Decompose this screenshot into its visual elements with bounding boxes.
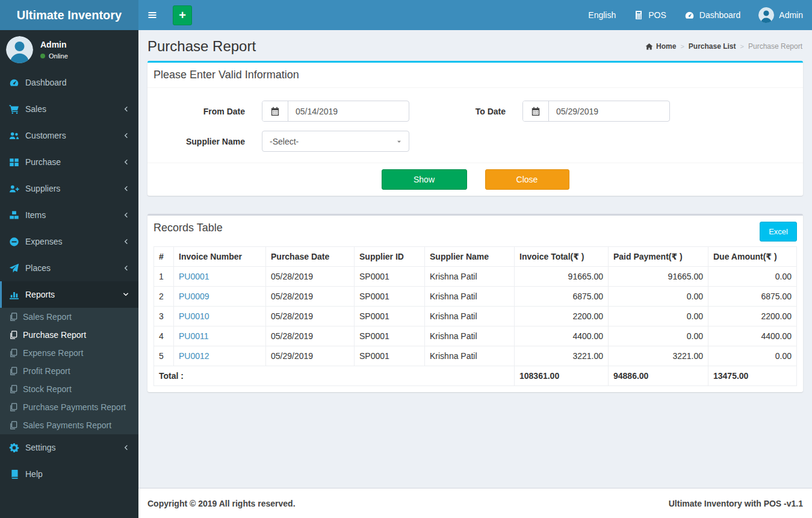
copy-icon [9,331,17,339]
table-row: 3 PU0010 05/28/2019 SP0001 Krishna Patil… [154,307,797,326]
sidebar-item-settings[interactable]: Settings [0,434,138,461]
menu-label: Sales [25,104,122,114]
submenu-item-expense-report[interactable]: Expense Report [0,344,138,362]
header-row: # Invoice Number Purchase Date Supplier … [154,247,797,267]
invoice-link[interactable]: PU0001 [179,272,209,281]
date-row: From Date To Date [153,101,797,122]
copy-icon [9,403,17,411]
sidebar-user-panel: Admin Online [0,30,138,69]
supplier-name-cell: Krishna Patil [425,326,515,346]
submenu-label: Purchase Report [23,330,86,340]
calendar-icon [270,107,280,116]
chevron-left-icon [122,132,129,139]
dashboard-menu[interactable]: Dashboard [675,0,750,30]
records-box: Records Table Excel # Invoice Number Pur… [147,214,803,392]
purchase-date-cell: 05/28/2019 [266,326,355,346]
menu-label: Customers [25,131,122,140]
breadcrumb-separator: > [740,43,744,50]
sidebar-item-help[interactable]: Help [0,461,138,487]
cubes-icon [9,210,19,220]
from-date-calendar-addon[interactable] [262,101,288,121]
supplier-id-cell: SP0001 [355,346,425,366]
submenu-item-stock-report[interactable]: Stock Report [0,380,138,398]
paid-payment-cell: 91665.00 [609,267,708,287]
breadcrumb-purchase-list[interactable]: Purchase List [689,42,736,51]
sidebar-item-customers[interactable]: Customers [0,122,138,149]
sidebar-item-reports[interactable]: Reports [0,281,138,308]
submenu-item-sales-report[interactable]: Sales Report [0,308,138,326]
invoice-link[interactable]: PU0010 [179,311,209,321]
table-row: 5 PU0012 05/29/2019 SP0001 Krishna Patil… [154,346,797,366]
copyright-text: Copyright © 2019 All rights reserved. [147,499,296,508]
content-header: Purchase Report Home > Purchase List > P… [138,30,812,61]
breadcrumb: Home > Purchase List > Purchase Report [645,42,802,51]
col-invoice-total: Invoice Total(₹ ) [515,247,609,267]
invoice-link[interactable]: PU0009 [179,292,209,301]
supplier-id-cell: SP0001 [355,326,425,346]
submenu-item-purchase-report[interactable]: Purchase Report [0,326,138,344]
user-menu[interactable]: Admin [749,0,812,30]
sidebar-menu: Dashboard Sales Customers [0,69,138,487]
sidebar-item-dashboard[interactable]: Dashboard [0,69,138,96]
total-due: 13475.00 [708,366,797,386]
sidebar-toggle-button[interactable] [138,0,166,30]
paid-payment-cell: 3221.00 [609,346,708,366]
chevron-left-icon [122,158,129,166]
dashboard-icon [9,78,19,88]
gears-icon [9,443,19,453]
brand-logo[interactable]: Ultimate Inventory [0,0,138,30]
sidebar-item-purchase[interactable]: Purchase [0,149,138,175]
pos-menu[interactable]: POS [625,0,675,30]
language-menu[interactable]: English [579,0,625,30]
menu-label: Dashboard [25,78,129,87]
records-box-header: Records Table Excel [147,216,803,240]
from-date-group [262,101,409,122]
sidebar-user-status[interactable]: Online [40,52,68,60]
supplier-select[interactable]: -Select- [262,131,409,152]
chevron-left-icon [122,105,129,113]
sidebar-item-items[interactable]: Items [0,202,138,228]
paid-payment-cell: 0.00 [609,307,708,326]
to-date-input[interactable] [549,101,669,121]
invoice-total-cell: 3221.00 [515,346,609,366]
dashboard-icon [684,10,695,20]
col-paid-payment: Paid Payment(₹ ) [609,247,708,267]
dashboard-label: Dashboard [699,10,741,20]
sidebar-item-suppliers[interactable]: Suppliers [0,175,138,202]
purchase-date-cell: 05/29/2019 [266,346,355,366]
sidebar-item-places[interactable]: Places [0,255,138,281]
grid-icon [9,157,19,167]
invoice-total-cell: 91665.00 [515,267,609,287]
sidebar-item-expenses[interactable]: Expenses [0,228,138,255]
breadcrumb-home[interactable]: Home [645,42,676,51]
book-icon [9,469,19,479]
submenu-item-sales-payments-report[interactable]: Sales Payments Report [0,416,138,434]
invoice-link[interactable]: PU0012 [179,351,209,361]
submenu-item-profit-report[interactable]: Profit Report [0,362,138,380]
sidebar-item-sales[interactable]: Sales [0,96,138,122]
supplier-id-cell: SP0001 [355,307,425,326]
quick-add-button[interactable]: + [173,5,192,25]
supplier-row: Supplier Name -Select- [153,131,797,152]
plus-icon: + [179,9,186,21]
menu-label: Settings [25,443,122,452]
invoice-total-cell: 4400.00 [515,326,609,346]
user-avatar [758,7,774,23]
menu-label: Places [25,263,122,273]
invoice-total-cell: 2200.00 [515,307,609,326]
submenu-item-purchase-payments-report[interactable]: Purchase Payments Report [0,398,138,416]
show-button[interactable]: Show [382,169,467,190]
total-label: Total : [154,366,515,386]
navbar-right-menu: English POS Dashboard [579,0,812,30]
close-button[interactable]: Close [485,169,569,190]
breadcrumb-parent-label: Purchase List [689,42,736,51]
row-index: 1 [154,267,174,287]
navbar: + English POS Dashboard [138,0,812,30]
pos-label: POS [648,10,666,20]
due-amount-cell: 2200.00 [708,307,797,326]
copy-icon [9,367,17,375]
excel-export-button[interactable]: Excel [760,222,797,242]
from-date-input[interactable] [288,101,409,121]
to-date-calendar-addon[interactable] [523,101,549,121]
invoice-link[interactable]: PU0011 [179,331,209,341]
